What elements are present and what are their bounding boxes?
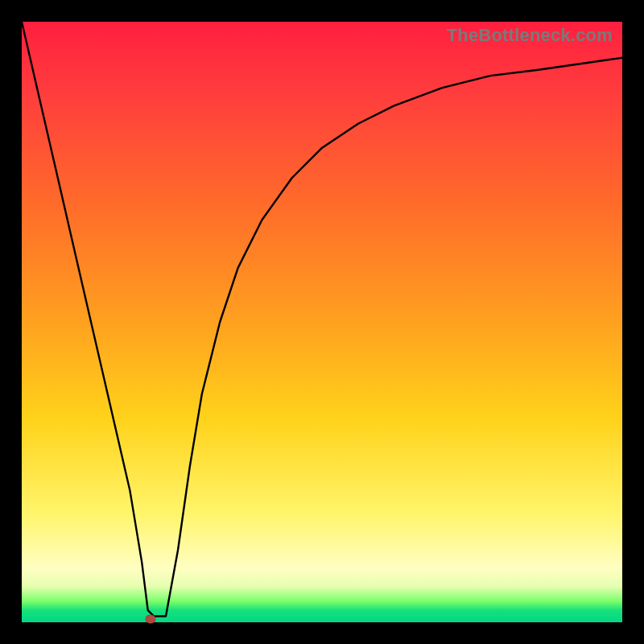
plot-area: TheBottleneck.com bbox=[22, 22, 622, 622]
watermark-text: TheBottleneck.com bbox=[447, 25, 613, 46]
bottleneck-curve bbox=[22, 22, 622, 622]
optimal-point-marker bbox=[146, 615, 156, 624]
chart-frame: TheBottleneck.com bbox=[0, 0, 644, 644]
